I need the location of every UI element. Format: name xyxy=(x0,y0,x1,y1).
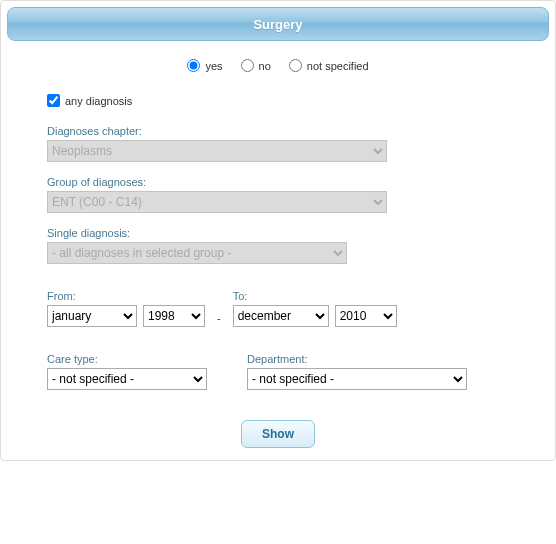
to-selects: december 2010 xyxy=(233,305,397,327)
from-year-select[interactable]: 1998 xyxy=(143,305,205,327)
form-content: any diagnosis Diagnoses chapter: Neoplas… xyxy=(7,94,549,400)
panel-title: Surgery xyxy=(253,17,302,32)
single-diagnosis-label: Single diagnosis: xyxy=(47,227,509,239)
from-label: From: xyxy=(47,290,205,302)
department-field: Department: - not specified - xyxy=(247,353,467,390)
group-diagnoses-field: Group of diagnoses: ENT (C00 - C14) xyxy=(47,176,509,213)
care-type-field: Care type: - not specified - xyxy=(47,353,207,390)
group-diagnoses-label: Group of diagnoses: xyxy=(47,176,509,188)
from-selects: january 1998 xyxy=(47,305,205,327)
care-type-select[interactable]: - not specified - xyxy=(47,368,207,390)
radio-no-label[interactable]: no xyxy=(241,59,271,72)
radio-yes-label[interactable]: yes xyxy=(187,59,222,72)
to-month-select[interactable]: december xyxy=(233,305,329,327)
diagnoses-chapter-label: Diagnoses chapter: xyxy=(47,125,509,137)
to-label: To: xyxy=(233,290,397,302)
button-row: Show xyxy=(7,420,549,448)
radio-notspec-label[interactable]: not specified xyxy=(289,59,369,72)
single-diagnosis-select[interactable]: - all diagnoses in selected group - xyxy=(47,242,347,264)
radio-yes[interactable] xyxy=(187,59,200,72)
surgery-panel: Surgery yes no not specified any diagnos… xyxy=(0,0,556,461)
from-month-select[interactable]: january xyxy=(47,305,137,327)
show-button[interactable]: Show xyxy=(241,420,315,448)
diagnoses-chapter-select[interactable]: Neoplasms xyxy=(47,140,387,162)
any-diagnosis-text: any diagnosis xyxy=(65,95,132,107)
to-year-select[interactable]: 2010 xyxy=(335,305,397,327)
department-select[interactable]: - not specified - xyxy=(247,368,467,390)
any-diagnosis-row: any diagnosis xyxy=(47,94,509,107)
from-col: From: january 1998 xyxy=(47,290,205,327)
any-diagnosis-label[interactable]: any diagnosis xyxy=(47,94,509,107)
date-range-row: From: january 1998 - To: december xyxy=(47,290,509,327)
single-diagnosis-field: Single diagnosis: - all diagnoses in sel… xyxy=(47,227,509,264)
department-label: Department: xyxy=(247,353,467,365)
radio-no-text: no xyxy=(259,60,271,72)
group-diagnoses-select[interactable]: ENT (C00 - C14) xyxy=(47,191,387,213)
radio-yes-text: yes xyxy=(205,60,222,72)
any-diagnosis-checkbox[interactable] xyxy=(47,94,60,107)
show-button-label: Show xyxy=(262,427,294,441)
surgery-radio-group: yes no not specified xyxy=(7,59,549,72)
bottom-row: Care type: - not specified - Department:… xyxy=(47,353,509,390)
care-type-label: Care type: xyxy=(47,353,207,365)
to-col: To: december 2010 xyxy=(233,290,397,327)
radio-notspec[interactable] xyxy=(289,59,302,72)
panel-header: Surgery xyxy=(7,7,549,41)
radio-notspec-text: not specified xyxy=(307,60,369,72)
radio-no[interactable] xyxy=(241,59,254,72)
diagnoses-chapter-field: Diagnoses chapter: Neoplasms xyxy=(47,125,509,162)
date-dash: - xyxy=(211,312,227,327)
